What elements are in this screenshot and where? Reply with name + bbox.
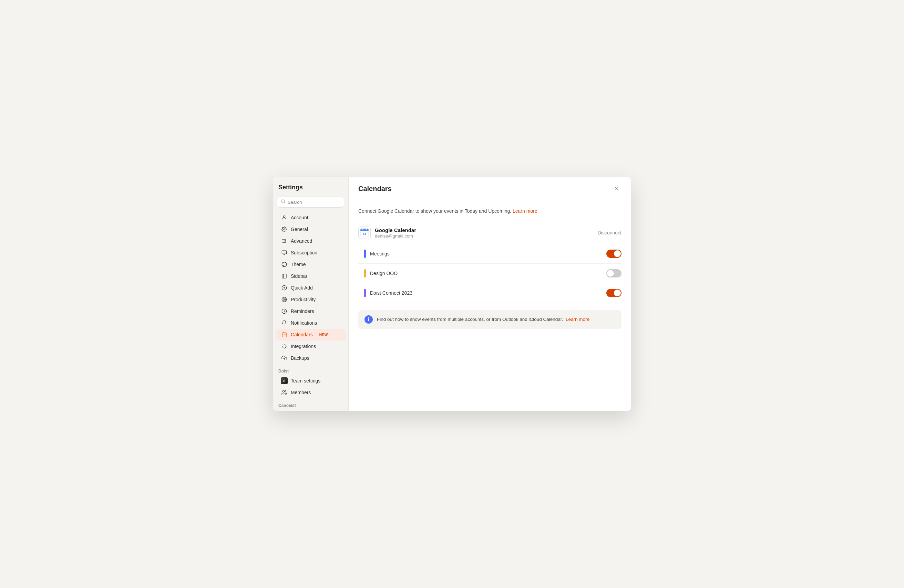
doist-avatar: d xyxy=(281,377,288,384)
sidebar-item-account[interactable]: Account xyxy=(276,212,346,224)
sidebar-item-advanced[interactable]: Advanced xyxy=(276,235,346,247)
svg-point-20 xyxy=(283,298,286,301)
sidebar-item-quick-add-label: Quick Add xyxy=(291,285,313,290)
sidebar-item-backups-label: Backups xyxy=(291,355,309,361)
doist-avatar-icon: d xyxy=(281,378,287,384)
bell-icon xyxy=(281,320,287,326)
sidebar-item-subscription[interactable]: Subscription xyxy=(276,247,346,259)
calendar-item-meetings: Meetings xyxy=(358,244,621,264)
sidebar-item-general-label: General xyxy=(291,227,308,232)
add-team-button[interactable]: + Add team xyxy=(276,409,346,411)
svg-point-8 xyxy=(284,241,286,242)
svg-point-0 xyxy=(281,200,284,203)
svg-point-21 xyxy=(284,299,285,300)
sidebar-item-theme-label: Theme xyxy=(291,262,306,267)
settings-modal: Settings Account xyxy=(273,177,631,411)
gear-icon xyxy=(281,226,287,232)
meetings-color-dot xyxy=(364,250,366,258)
sidebar-item-members-label: Members xyxy=(291,390,311,395)
svg-rect-36 xyxy=(362,229,363,230)
main-content: Calendars Connect Google Calendar to sho… xyxy=(349,177,631,411)
main-header: Calendars xyxy=(349,177,631,199)
info-icon: i xyxy=(365,315,373,323)
svg-rect-14 xyxy=(282,274,286,278)
sidebar-item-reminders[interactable]: Reminders xyxy=(276,305,346,317)
google-calendar-info: Google Calendar denise@gmail.com xyxy=(375,227,416,238)
sidebar-item-account-label: Account xyxy=(291,215,308,220)
main-title: Calendars xyxy=(358,185,392,193)
sidebar-item-calendars[interactable]: Calendars NEW xyxy=(276,329,346,341)
svg-line-1 xyxy=(284,202,285,203)
design-ooo-toggle[interactable] xyxy=(606,269,621,277)
design-ooo-color-dot xyxy=(364,269,366,277)
google-calendar-account-left: 31 Google Calendar denise@gmail.com xyxy=(358,227,416,239)
gcal-icon: 31 xyxy=(358,227,371,239)
meetings-toggle[interactable] xyxy=(606,250,621,258)
svg-point-9 xyxy=(283,242,284,243)
info-box: i Find out how to show events from multi… xyxy=(358,310,621,329)
connect-notice: Connect Google Calendar to show your eve… xyxy=(358,208,621,215)
doist-connect-color-dot xyxy=(364,289,366,297)
doist-connect-toggle-knob xyxy=(614,290,621,296)
doist-connect-toggle[interactable] xyxy=(606,289,621,297)
sidebar: Settings Account xyxy=(273,177,349,411)
sliders-icon xyxy=(281,238,287,244)
monitor-icon xyxy=(281,250,287,256)
svg-rect-34 xyxy=(360,230,368,231)
search-input[interactable] xyxy=(288,200,340,205)
sidebar-item-calendars-label: Calendars xyxy=(291,332,313,337)
sidebar-item-team-settings-label: Team settings xyxy=(291,378,321,383)
calendar-item-design-ooo: Design OOO xyxy=(358,264,621,283)
sidebar-item-sidebar-label: Sidebar xyxy=(291,273,307,279)
people-icon xyxy=(281,389,287,396)
svg-point-2 xyxy=(283,216,285,218)
svg-point-28 xyxy=(283,390,284,392)
sidebar-item-productivity[interactable]: Productivity xyxy=(276,294,346,305)
sidebar-item-theme[interactable]: Theme xyxy=(276,259,346,270)
design-ooo-name: Design OOO xyxy=(370,271,398,276)
palette-icon xyxy=(281,261,287,268)
svg-rect-23 xyxy=(282,333,286,337)
sidebar-item-sidebar[interactable]: Sidebar xyxy=(276,270,346,282)
info-learn-more-link[interactable]: Learn more xyxy=(566,317,589,322)
clock-icon xyxy=(281,308,287,314)
design-ooo-toggle-knob xyxy=(607,270,614,277)
calendar-item-doist-connect: Doist Connect 2023 xyxy=(358,283,621,303)
disconnect-button[interactable]: Disconnect xyxy=(598,230,621,235)
sidebar-title: Settings xyxy=(273,184,348,197)
svg-point-3 xyxy=(283,229,285,230)
google-calendar-email: denise@gmail.com xyxy=(375,233,416,238)
calendars-new-badge: NEW xyxy=(318,333,330,337)
close-button[interactable] xyxy=(612,184,621,194)
search-box[interactable] xyxy=(277,197,344,208)
layout-icon xyxy=(281,273,287,279)
sidebar-item-integrations[interactable]: Integrations xyxy=(276,341,346,352)
calendar-item-design-ooo-left: Design OOO xyxy=(364,269,398,277)
sidebar-item-general[interactable]: General xyxy=(276,224,346,235)
google-calendar-row: 31 Google Calendar denise@gmail.com Disc… xyxy=(358,222,621,244)
svg-text:31: 31 xyxy=(363,232,366,235)
circle-plus-icon xyxy=(281,285,287,291)
svg-point-19 xyxy=(282,297,286,301)
sidebar-item-advanced-label: Advanced xyxy=(291,238,312,244)
connect-notice-link[interactable]: Learn more xyxy=(513,208,537,214)
meetings-name: Meetings xyxy=(370,251,390,257)
meetings-toggle-knob xyxy=(614,250,621,257)
calendar-icon xyxy=(281,331,287,338)
svg-rect-37 xyxy=(366,229,367,230)
sidebar-item-reminders-label: Reminders xyxy=(291,309,314,314)
sidebar-item-integrations-label: Integrations xyxy=(291,344,316,349)
google-calendar-name: Google Calendar xyxy=(375,227,416,233)
sidebar-item-quick-add[interactable]: Quick Add xyxy=(276,282,346,294)
sidebar-item-team-settings[interactable]: d Team settings xyxy=(276,375,346,386)
svg-point-7 xyxy=(283,239,284,240)
search-icon xyxy=(281,199,286,205)
sidebar-item-backups[interactable]: Backups xyxy=(276,352,346,364)
info-text: Find out how to show events from multipl… xyxy=(377,316,589,323)
sidebar-item-productivity-label: Productivity xyxy=(291,297,316,302)
doist-connect-name: Doist Connect 2023 xyxy=(370,290,412,296)
svg-rect-10 xyxy=(282,251,286,254)
sidebar-item-notifications-label: Notifications xyxy=(291,320,317,326)
sidebar-item-notifications[interactable]: Notifications xyxy=(276,317,346,329)
sidebar-item-members[interactable]: Members xyxy=(276,386,346,398)
